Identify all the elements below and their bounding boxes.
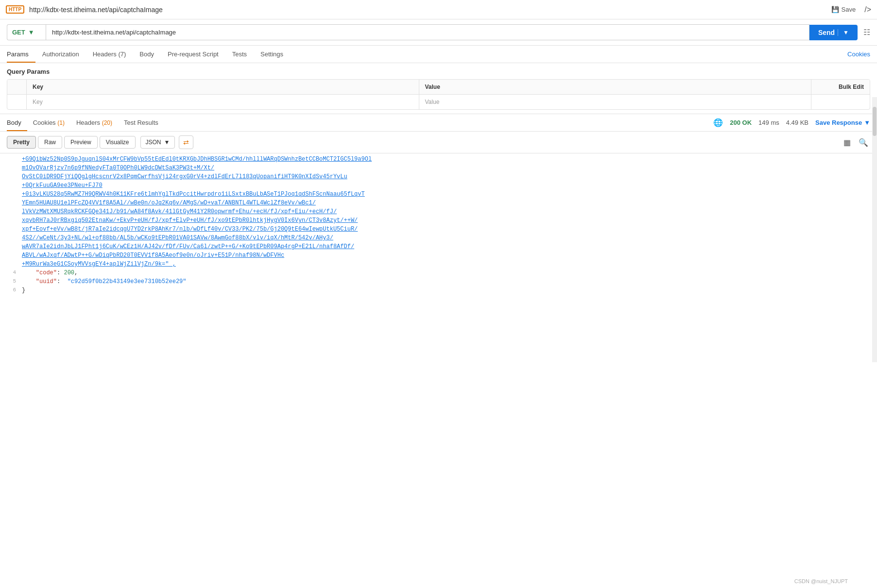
request-line: GET ▼ Send ▼ ☷ — [0, 19, 877, 46]
json-line: wAVR7aIe2idnJbLJ1FPht1j6CuK/wCEz1H/AJ42v… — [0, 243, 877, 252]
resp-headers-label: Headers — [76, 119, 102, 126]
resp-tab-test-results[interactable]: Test Results — [118, 114, 164, 131]
json-response-content[interactable]: +G9QibWz52Np0S9pJguqnlS04xMrCFW9bVp55tEd… — [0, 153, 877, 362]
json-line: OvStC0iDR9DFjYiQQglgHcscnrV2x8PqmCwrfhsV… — [0, 173, 877, 182]
json-line: xqvbRH7aJ0rRBxgiq502EtnaKw/+EkvP+eUH/fJ/… — [0, 217, 877, 225]
json-line: +M9RurWa3eG1CSoyMVVsgEY4+aplWjZilVjZn/9k… — [0, 260, 877, 269]
method-value: GET — [12, 29, 25, 36]
params-table: Key Value Bulk Edit Key Value — [7, 79, 870, 110]
format-bar-right: ▦ 🔍 — [842, 136, 870, 149]
tab-tests[interactable]: Tests — [225, 46, 254, 63]
app-container: HTTP http://kdtx-test.itheima.net/api/ca… — [0, 0, 877, 362]
response-size: 4.49 KB — [786, 119, 808, 126]
json-line-content: wAVR7aIe2idnJbLJ1FPht1j6CuK/wCEz1H/AJ42v… — [22, 243, 877, 250]
tab-settings[interactable]: Settings — [254, 46, 290, 63]
json-line-6: 6 } — [0, 286, 877, 295]
globe-icon: 🌐 — [713, 118, 723, 127]
params-bulk-edit-header[interactable]: Bulk Edit — [811, 80, 870, 94]
format-pretty-button[interactable]: Pretty — [7, 136, 36, 149]
tab-authorization[interactable]: Authorization — [35, 46, 86, 63]
tab-body[interactable]: Body — [133, 46, 161, 63]
cookies-link[interactable]: Cookies — [847, 50, 870, 58]
line-number-5: 5 — [0, 278, 22, 284]
search-button[interactable]: 🔍 — [857, 136, 870, 149]
json-line-6-content: } — [22, 287, 877, 294]
json-line-content: YEmn5HUAU8U1elPFcZQ4VV1f8A5Al//wBe0n/oJq… — [22, 200, 877, 206]
params-checkbox-header — [7, 80, 27, 94]
resp-cookies-label: Cookies — [33, 119, 58, 126]
json-line: xpf+Eovf+eVv/wB8t/jR7aIe2idcqgU7YD2rkP8A… — [0, 225, 877, 234]
json-line-content: OvStC0iDR9DFjYiQQglgHcscnrV2x8PqmCwrfhsV… — [22, 173, 877, 180]
json-line-4-content: "code": 200, — [22, 269, 877, 276]
json-line: YEmn5HUAU8U1elPFcZQ4VV1f8A5Al//wBe0n/oJq… — [0, 199, 877, 208]
url-bar: HTTP http://kdtx-test.itheima.net/api/ca… — [0, 0, 877, 19]
wrap-lines-button[interactable]: ⇄ — [179, 135, 193, 149]
format-type-label: JSON — [146, 139, 161, 146]
copy-button[interactable]: ▦ — [842, 136, 853, 149]
angle-bracket-icon: /> — [864, 5, 871, 14]
format-preview-button[interactable]: Preview — [64, 136, 98, 149]
scrollbar-thumb[interactable] — [873, 107, 877, 136]
json-line-content: m1OvOVarRjzv7n6p9fNNedyFTa0T0OPh0LW9dcDW… — [22, 165, 877, 171]
json-line-content: +G9QibWz52Np0S9pJguqnlS04xMrCFW9bVp55tEd… — [22, 156, 877, 163]
wrap-icon-symbol: ⇄ — [183, 138, 189, 146]
json-line-content: ABVL/wAJxqf/ADwtP++G/wDiqPbRD20T0EVV1f8A… — [22, 252, 877, 259]
format-visualize-button[interactable]: Visualize — [100, 136, 136, 149]
response-tabs-row: Body Cookies (1) Headers (20) Test Resul… — [0, 114, 877, 132]
method-chevron-icon: ▼ — [28, 29, 34, 36]
request-url-title: http://kdtx-test.itheima.net/api/captcha… — [29, 6, 822, 14]
json-line-content: 4S2//wCeNt/3y3+NL/wl+of88bb/AL5b/wCKo9tE… — [22, 235, 877, 241]
response-status-code: 200 OK — [730, 119, 752, 126]
json-line-5-content: "uuid": "c92d59f0b22b43149e3ee7310b52ee2… — [22, 278, 877, 285]
json-line-content: +0QrkFuuGA9ee3PNeu+FJ70 — [22, 182, 877, 189]
save-label: Save — [842, 6, 856, 13]
json-line-content: xpf+Eovf+eVv/wB8t/jR7aIe2idcqgU7YD2rkP8A… — [22, 226, 877, 233]
main-scrollbar — [872, 97, 877, 362]
query-params-section: Query Params Key Value Bulk Edit Key Val… — [0, 63, 877, 110]
url-input[interactable] — [46, 24, 809, 40]
params-table-header: Key Value Bulk Edit — [7, 80, 870, 95]
format-bar: Pretty Raw Preview Visualize JSON ▼ ⇄ ▦ … — [0, 132, 877, 153]
http-method-badge: HTTP — [6, 5, 24, 14]
request-tabs-row: Params Authorization Headers (7) Body Pr… — [0, 46, 877, 63]
json-line: lVkVzMWtXMUSRqkRCKFGQe341J/b91/wA84f8Avk… — [0, 208, 877, 217]
format-type-chevron-icon: ▼ — [164, 139, 170, 146]
params-key-cell[interactable]: Key — [27, 95, 419, 109]
json-line: +0i3vLKUS28q5RwMZ7H9QRWV4h0K11KFre6tlmhY… — [0, 190, 877, 199]
tab-pre-request-script[interactable]: Pre-request Script — [161, 46, 225, 63]
save-icon: 💾 — [831, 6, 839, 13]
tab-params[interactable]: Params — [7, 46, 35, 63]
json-line: ABVL/wAJxqf/ADwtP++G/wDiqPbRD20T0EVV1f8A… — [0, 252, 877, 260]
save-response-chevron-icon: ▼ — [864, 119, 870, 126]
format-raw-button[interactable]: Raw — [38, 136, 62, 149]
params-value-cell[interactable]: Value — [419, 95, 812, 109]
response-time: 149 ms — [758, 119, 779, 126]
query-params-title: Query Params — [7, 68, 870, 75]
format-type-select[interactable]: JSON ▼ — [140, 136, 175, 149]
json-line-content: +M9RurWa3eG1CSoyMVVsgEY4+aplWjZilVjZn/9k… — [22, 261, 877, 268]
send-label: Send — [818, 29, 835, 36]
json-line-content: xqvbRH7aJ0rRBxgiq502EtnaKw/+EkvP+eUH/fJ/… — [22, 217, 877, 224]
params-value-header: Value — [419, 80, 812, 94]
tab-headers[interactable]: Headers (7) — [86, 46, 133, 63]
json-line: m1OvOVarRjzv7n6p9fNNedyFTa0T0OPh0LW9dcDW… — [0, 164, 877, 173]
json-line-content: +0i3vLKUS28q5RwMZ7H9QRWV4h0K11KFre6tlmhY… — [22, 191, 877, 198]
send-button[interactable]: Send ▼ — [809, 25, 858, 40]
sidebar-toggle-icon[interactable]: ☷ — [863, 28, 870, 37]
params-key-header: Key — [27, 80, 419, 94]
resp-tab-cookies[interactable]: Cookies (1) — [27, 114, 70, 131]
json-line: 4S2//wCeNt/3y3+NL/wl+of88bb/AL5b/wCKo9tE… — [0, 234, 877, 243]
resp-tab-body[interactable]: Body — [7, 114, 27, 131]
params-table-row: Key Value — [7, 95, 870, 109]
response-status-area: 🌐 200 OK 149 ms 4.49 KB Save Response ▼ — [713, 118, 870, 127]
line-number-6: 6 — [0, 287, 22, 293]
method-select[interactable]: GET ▼ — [7, 24, 46, 40]
json-line-content: lVkVzMWtXMUSRqkRCKFGQe341J/b91/wA84f8Avk… — [22, 208, 877, 215]
json-line-5: 5 "uuid": "c92d59f0b22b43149e3ee7310b52e… — [0, 278, 877, 286]
save-response-button[interactable]: Save Response ▼ — [815, 119, 870, 126]
json-line: +G9QibWz52Np0S9pJguqnlS04xMrCFW9bVp55tEd… — [0, 155, 877, 164]
resp-tab-headers[interactable]: Headers (20) — [70, 114, 118, 131]
response-section: Body Cookies (1) Headers (20) Test Resul… — [0, 114, 877, 362]
save-button-top[interactable]: 💾 Save — [827, 4, 860, 15]
send-caret-icon[interactable]: ▼ — [838, 29, 849, 36]
